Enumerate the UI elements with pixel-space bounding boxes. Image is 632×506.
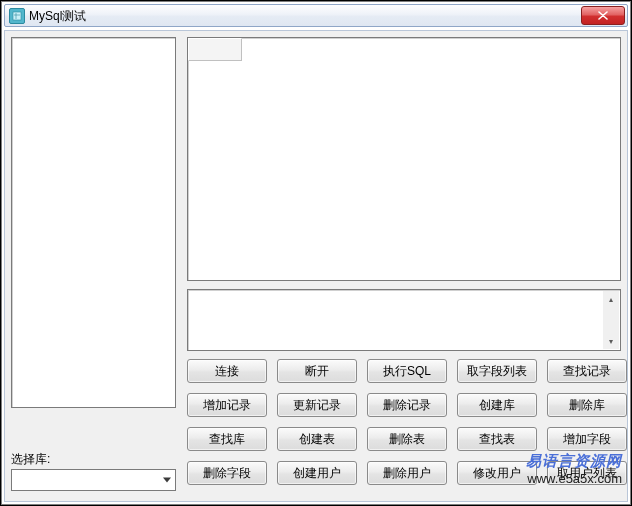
- create-table-button[interactable]: 创建表: [277, 427, 357, 451]
- create-user-button[interactable]: 创建用户: [277, 461, 357, 485]
- create-db-button[interactable]: 创建库: [457, 393, 537, 417]
- watermark: 易语言资源网 www.e5a5x.com: [526, 452, 622, 486]
- chevron-down-icon: [163, 478, 171, 483]
- delete-db-button[interactable]: 删除库: [547, 393, 627, 417]
- delete-user-button[interactable]: 删除用户: [367, 461, 447, 485]
- watermark-site-name: 易语言资源网: [526, 452, 622, 471]
- app-window: MySql测试 选择库: ▴ ▾: [0, 0, 632, 506]
- modify-user-button[interactable]: 修改用户: [457, 461, 537, 485]
- watermark-url: www.e5a5x.com: [526, 471, 622, 486]
- delete-table-button[interactable]: 删除表: [367, 427, 447, 451]
- database-combobox[interactable]: [11, 469, 176, 491]
- close-button[interactable]: [581, 6, 625, 25]
- get-field-list-button[interactable]: 取字段列表: [457, 359, 537, 383]
- scroll-down-icon[interactable]: ▾: [603, 333, 619, 349]
- add-record-button[interactable]: 增加记录: [187, 393, 267, 417]
- find-db-button[interactable]: 查找库: [187, 427, 267, 451]
- close-icon: [598, 11, 608, 20]
- client-area: 选择库: ▴ ▾ 连接 断开 执行SQL 取字段列表: [4, 30, 628, 502]
- find-table-button[interactable]: 查找表: [457, 427, 537, 451]
- output-scrollbar[interactable]: ▴ ▾: [603, 291, 619, 349]
- add-field-button[interactable]: 增加字段: [547, 427, 627, 451]
- execute-sql-button[interactable]: 执行SQL: [367, 359, 447, 383]
- update-record-button[interactable]: 更新记录: [277, 393, 357, 417]
- select-db-label: 选择库:: [11, 451, 50, 468]
- title-bar: MySql测试: [4, 4, 628, 27]
- disconnect-button[interactable]: 断开: [277, 359, 357, 383]
- scroll-up-icon[interactable]: ▴: [603, 291, 619, 307]
- app-icon: [9, 8, 25, 24]
- svg-rect-0: [13, 12, 21, 20]
- window-title: MySql测试: [29, 8, 581, 24]
- left-list-box[interactable]: [11, 37, 176, 408]
- delete-field-button[interactable]: 删除字段: [187, 461, 267, 485]
- data-grid[interactable]: [187, 37, 621, 281]
- delete-record-button[interactable]: 删除记录: [367, 393, 447, 417]
- grid-header-cell-blank[interactable]: [188, 38, 242, 61]
- grid-header-row: [188, 38, 620, 61]
- output-textarea[interactable]: ▴ ▾: [187, 289, 621, 351]
- find-record-button[interactable]: 查找记录: [547, 359, 627, 383]
- connect-button[interactable]: 连接: [187, 359, 267, 383]
